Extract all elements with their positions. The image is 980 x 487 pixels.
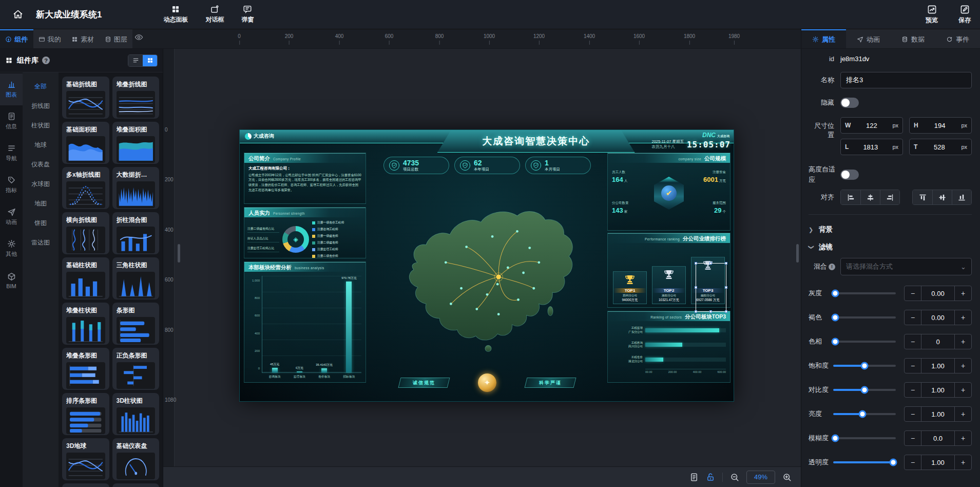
resize-handle[interactable] <box>709 310 712 313</box>
name-input[interactable] <box>840 72 972 88</box>
resize-handle[interactable] <box>695 310 697 313</box>
hide-toggle[interactable] <box>840 98 859 108</box>
align-bottom-button[interactable] <box>952 190 971 204</box>
stepper-minus-button[interactable]: − <box>905 286 921 301</box>
slider[interactable] <box>833 461 896 463</box>
stepper-plus-button[interactable]: + <box>955 407 971 421</box>
component-card[interactable]: 横向折线图 <box>62 212 109 254</box>
component-card[interactable]: 堆叠条形图 <box>62 348 109 390</box>
component-card[interactable]: 基础仪表盘 <box>112 438 160 480</box>
component-card[interactable]: 条形图 <box>112 303 160 345</box>
stepper-plus-button[interactable]: + <box>955 286 971 301</box>
component-card[interactable]: 三角柱状图 <box>112 257 160 299</box>
dashboard-screen[interactable]: 大成咨询智慧决策中心 大成咨询 DNC大成咨询 2025-11-07 星期五 农… <box>239 129 734 402</box>
properties-tab[interactable]: 数据 <box>891 29 935 48</box>
component-card[interactable]: 3D地球 <box>62 438 109 480</box>
page-settings-icon[interactable] <box>689 473 699 482</box>
left-panel-tab[interactable]: 图层 <box>100 29 133 48</box>
stepper-plus-button[interactable]: + <box>955 359 971 373</box>
component-card[interactable]: 排序条形图 <box>62 393 109 435</box>
topbar-action-button[interactable]: 动态面板 <box>163 5 188 24</box>
slider[interactable] <box>833 413 896 415</box>
slider[interactable] <box>833 437 896 439</box>
size-field[interactable]: H 194 px <box>909 117 972 134</box>
slider-handle[interactable] <box>831 314 839 322</box>
align-center-button[interactable] <box>860 190 880 204</box>
toggle-rulers-eye-icon[interactable] <box>134 33 143 42</box>
library-group-item[interactable]: 其他 <box>0 233 23 265</box>
library-category-item[interactable]: 水球图 <box>23 174 59 194</box>
slider[interactable] <box>833 389 896 391</box>
ranking-top-card[interactable]: TOP2 洛阳分公司 10321.47万元 <box>652 266 686 304</box>
properties-tab[interactable]: 动画 <box>846 29 891 48</box>
component-card[interactable]: 基础面积图 <box>62 122 109 164</box>
design-canvas[interactable]: 02004006008001080 大成咨询智慧决策中心 大成咨询 DNC大成咨… <box>163 49 801 487</box>
align-middle-button[interactable] <box>932 190 952 204</box>
unlock-icon[interactable] <box>706 473 715 482</box>
component-card[interactable]: 堆叠面积图 <box>112 122 160 164</box>
component-card[interactable]: 基础柱状图 <box>62 257 109 299</box>
stepper-minus-button[interactable]: − <box>905 431 921 445</box>
library-group-item[interactable]: 动画 <box>0 201 23 233</box>
stepper-minus-button[interactable]: − <box>905 383 921 397</box>
canvas-scrollbar-left[interactable] <box>178 244 180 263</box>
component-card[interactable]: 折柱混合图 <box>112 212 160 254</box>
component-card[interactable]: 基础折线图 <box>62 77 109 119</box>
size-field[interactable]: T 528 px <box>909 139 972 155</box>
library-category-item[interactable]: 全部 <box>23 77 59 96</box>
slider-handle[interactable] <box>831 338 839 346</box>
align-top-button[interactable] <box>913 190 932 204</box>
component-card[interactable]: 进度仪表盘 <box>62 483 109 487</box>
slider-handle[interactable] <box>831 435 839 442</box>
slider[interactable] <box>833 292 896 294</box>
align-left-button[interactable] <box>841 190 860 204</box>
ranking-top-card[interactable]: TOP1 郑州分公司 94000万元 <box>613 271 647 304</box>
left-panel-tab[interactable]: 组件 <box>0 29 33 48</box>
slider-handle[interactable] <box>859 410 867 418</box>
component-card[interactable]: 正负条形图 <box>112 348 160 390</box>
slider[interactable] <box>833 365 896 367</box>
topbar-action-button[interactable]: 弹窗 <box>241 5 254 24</box>
library-category-item[interactable]: 仪表盘 <box>23 155 59 174</box>
component-card[interactable]: 大数据折… <box>112 167 160 209</box>
component-card[interactable]: 堆叠柱状图 <box>62 303 109 345</box>
resize-handle[interactable] <box>725 286 727 289</box>
list-view-button[interactable] <box>128 55 143 66</box>
size-field[interactable]: L 1813 px <box>840 139 903 155</box>
library-group-item[interactable]: 信息 <box>0 105 23 137</box>
slider[interactable] <box>833 316 896 319</box>
slider-handle[interactable] <box>861 362 869 370</box>
stepper-plus-button[interactable]: + <box>955 334 971 349</box>
left-panel-tab[interactable]: 我的 <box>33 29 67 48</box>
stepper-plus-button[interactable]: + <box>955 431 971 445</box>
preview-button[interactable]: 预览 <box>926 5 938 25</box>
background-section-header[interactable]: ❯ 背景 <box>809 222 972 237</box>
library-group-item[interactable]: 指标 <box>0 169 23 201</box>
properties-tab[interactable]: 事件 <box>935 29 980 48</box>
component-card[interactable]: 多x轴折线图 <box>62 167 109 209</box>
library-category-item[interactable]: 柱状图 <box>23 116 59 135</box>
resize-handle[interactable] <box>695 286 697 289</box>
stepper-minus-button[interactable]: − <box>905 407 921 421</box>
stepper-minus-button[interactable]: − <box>905 310 921 325</box>
library-category-item[interactable]: 饼图 <box>23 213 59 233</box>
canvas-scrollbar-right[interactable] <box>796 244 799 263</box>
autoheight-toggle[interactable] <box>840 170 859 180</box>
library-category-item[interactable]: 地球 <box>23 135 59 155</box>
component-card[interactable]: 堆叠折线图 <box>112 77 160 119</box>
resize-handle[interactable] <box>725 262 727 265</box>
stepper-minus-button[interactable]: − <box>905 455 921 470</box>
library-group-item[interactable]: 图表 <box>0 73 23 105</box>
component-card[interactable]: 3D柱状图 <box>112 393 160 435</box>
resize-handle[interactable] <box>709 262 712 265</box>
library-group-item[interactable]: BIM <box>0 265 23 296</box>
grid-view-button[interactable] <box>143 55 157 66</box>
filter-section-header[interactable]: ❯ 滤镜 <box>809 239 972 255</box>
resize-handle[interactable] <box>725 310 727 313</box>
left-panel-tab[interactable]: 素材 <box>66 29 100 48</box>
resize-handle[interactable] <box>695 262 697 265</box>
home-button[interactable] <box>9 6 27 23</box>
align-right-button[interactable] <box>880 190 899 204</box>
library-group-item[interactable]: 导航 <box>0 137 23 169</box>
library-category-item[interactable]: 折线图 <box>23 96 59 116</box>
